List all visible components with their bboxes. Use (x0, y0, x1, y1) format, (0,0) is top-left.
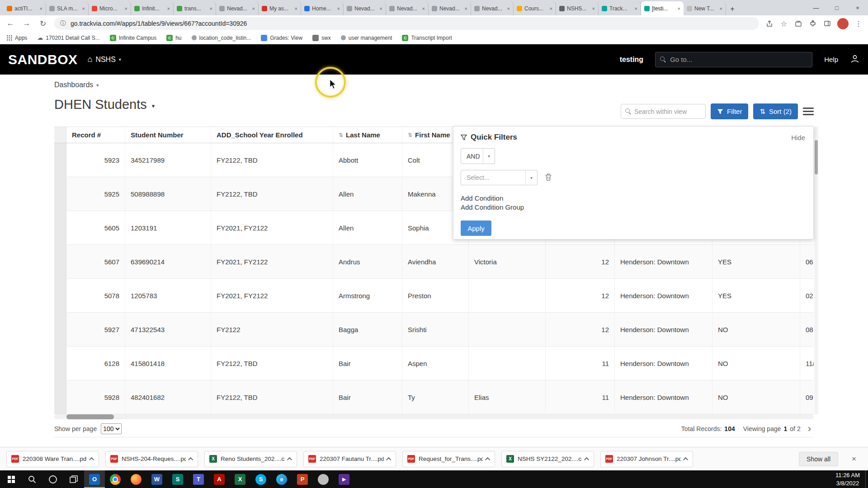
minimize-button[interactable]: — (806, 0, 826, 15)
chevron-up-icon[interactable] (683, 457, 688, 462)
browser-menu-icon[interactable]: ⋮ (852, 17, 865, 30)
browser-tab[interactable]: Nevad...× (216, 1, 259, 15)
org-switcher[interactable]: ⌂ NSHS ▾ (88, 55, 121, 64)
table-row[interactable]: 5927471322543FY2122BaggaSrishti12Henders… (54, 313, 814, 347)
taskbar-start-icon[interactable] (1, 470, 22, 488)
view-search-box[interactable] (621, 104, 706, 119)
download-chip[interactable]: PDF220308 Ware Tran....pdf (6, 451, 99, 467)
taskbar-firefox-icon[interactable] (126, 470, 146, 488)
close-downloads-bar-icon[interactable]: × (844, 455, 863, 464)
tab-close-icon[interactable]: × (380, 6, 382, 11)
taskbar-smartsheet-icon[interactable]: S (167, 470, 188, 488)
tab-close-icon[interactable]: × (40, 6, 42, 11)
browser-tab[interactable]: Infinit...× (131, 1, 174, 15)
tab-close-icon[interactable]: × (678, 6, 680, 11)
bookmark-item[interactable]: Apps (6, 35, 27, 41)
row-selector[interactable] (54, 380, 66, 414)
help-link[interactable]: Help (824, 56, 838, 63)
tab-close-icon[interactable]: × (592, 6, 595, 11)
chevron-up-icon[interactable] (584, 457, 589, 462)
bookmark-item[interactable]: Grades: View (261, 35, 302, 41)
tab-close-icon[interactable]: × (125, 6, 127, 11)
hide-filters-link[interactable]: Hide (791, 134, 805, 141)
view-menu-icon[interactable] (803, 105, 814, 118)
chevron-up-icon[interactable] (89, 457, 94, 462)
browser-tab[interactable]: Nevad...× (386, 1, 429, 15)
forward-button[interactable]: → (19, 16, 34, 31)
bookmark-item[interactable]: CInfinite Campus (110, 35, 156, 41)
taskbar-edge-icon[interactable]: e (271, 470, 292, 488)
taskbar-outlook-icon[interactable]: O (84, 470, 105, 488)
chevron-up-icon[interactable] (386, 457, 391, 462)
back-button[interactable]: ← (3, 16, 18, 31)
taskbar-chrome-icon[interactable] (105, 470, 126, 488)
chevron-up-icon[interactable] (287, 457, 292, 462)
taskbar-media-icon[interactable]: ▶ (334, 470, 354, 488)
taskbar-powerpoint-icon[interactable]: P (292, 470, 313, 488)
tab-close-icon[interactable]: × (210, 6, 212, 11)
page-title[interactable]: DHEN Students ▾ (54, 97, 155, 112)
bookmark-item[interactable]: CTranscript Import (402, 35, 452, 41)
per-page-select[interactable]: 100 (101, 423, 122, 434)
goto-search-input[interactable] (670, 56, 807, 63)
taskbar-teams-icon[interactable]: T (188, 470, 209, 488)
row-selector[interactable] (54, 143, 66, 177)
tab-close-icon[interactable]: × (720, 6, 722, 11)
column-header[interactable]: Record # (66, 127, 125, 143)
show-desktop-button[interactable] (865, 470, 868, 488)
row-selector[interactable] (54, 279, 66, 312)
table-row[interactable]: 6128415801418FY2122, TBDBairAspen11Hende… (54, 347, 814, 380)
browser-tab[interactable]: Micro...× (89, 1, 131, 15)
filter-button[interactable]: Filter (711, 103, 748, 119)
goto-search-box[interactable] (655, 52, 812, 67)
taskbar-acrobat-icon[interactable]: A (209, 470, 230, 488)
browser-tab[interactable]: Nevad...× (471, 1, 514, 15)
close-window-button[interactable]: × (847, 0, 868, 15)
browser-tab[interactable]: Cours...× (514, 1, 556, 15)
horizontal-scrollbar-thumb[interactable] (66, 414, 114, 419)
tab-close-icon[interactable]: × (422, 6, 425, 11)
delete-condition-icon[interactable] (545, 173, 552, 183)
side-panel-icon[interactable] (821, 17, 834, 30)
download-chip[interactable]: PDFRequest_for_Trans....pdf (402, 451, 495, 467)
profile-avatar[interactable] (837, 18, 849, 29)
column-header[interactable]: Student Number (125, 127, 211, 143)
collections-icon[interactable] (792, 17, 805, 30)
download-chip[interactable]: PDF220307 Johnson Tr....pdf (600, 451, 693, 467)
bookmark-item[interactable]: ☁170201 Detail Call S... (37, 34, 99, 41)
table-row[interactable]: 50781205783FY2021, FY2122ArmstrongPresto… (54, 279, 814, 313)
download-chip[interactable]: XNSHS SY2122_202....csv (501, 451, 594, 467)
tab-close-icon[interactable]: × (167, 6, 170, 11)
show-all-downloads-button[interactable]: Show all (799, 452, 838, 466)
bookmark-item[interactable]: Chu (166, 35, 181, 41)
browser-tab[interactable]: Nevad...× (344, 1, 386, 15)
view-search-input[interactable] (634, 108, 701, 115)
new-tab-button[interactable]: + (726, 3, 739, 15)
taskbar-settings-icon[interactable] (313, 470, 334, 488)
row-selector[interactable] (54, 313, 66, 346)
site-info-icon[interactable]: ⓘ (60, 19, 66, 28)
browser-tab[interactable]: NSHS...× (556, 1, 599, 15)
breadcrumb[interactable]: Dashboards ▾ (54, 81, 99, 89)
browser-tab[interactable]: New T...× (684, 1, 726, 15)
tab-close-icon[interactable]: × (252, 6, 255, 11)
browser-tab[interactable]: trans...× (174, 1, 216, 15)
browser-tab[interactable]: actiTI...× (4, 1, 46, 15)
sandbox-logo[interactable]: SANDBOX (8, 52, 78, 67)
browser-tab[interactable]: SLA m...× (46, 1, 89, 15)
taskbar-cortana-icon[interactable] (42, 470, 63, 488)
bookmark-item[interactable]: location_code_listin... (192, 35, 251, 41)
add-condition-group-link[interactable]: Add Condition Group (461, 203, 524, 211)
row-selector[interactable] (54, 211, 66, 244)
maximize-button[interactable]: □ (826, 0, 847, 15)
share-icon[interactable] (763, 17, 776, 30)
taskbar-clock[interactable]: 11:26 AM 3/8/2022 (830, 471, 865, 487)
tab-close-icon[interactable]: × (550, 6, 552, 11)
bookmark-item[interactable]: swx (312, 35, 331, 41)
tab-close-icon[interactable]: × (337, 6, 340, 11)
download-chip[interactable]: XReno Students_202....csv (204, 451, 297, 467)
tab-close-icon[interactable]: × (507, 6, 510, 11)
column-header[interactable]: ⇅Last Name (333, 127, 402, 143)
column-header[interactable]: ADD_School Year Enrolled (211, 127, 333, 143)
tab-close-icon[interactable]: × (635, 6, 637, 11)
